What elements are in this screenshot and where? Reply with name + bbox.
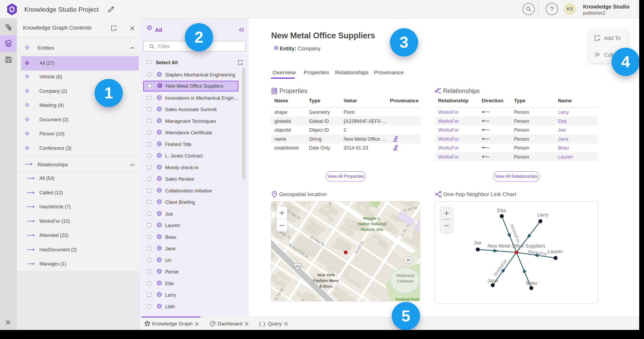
svg-text:Joe: Joe [474, 240, 481, 245]
svg-text:Festival Park: Festival Park [396, 297, 419, 301]
svg-text:Walker National: Walker National [358, 222, 386, 226]
svg-text:Coliseum: Coliseum [397, 279, 413, 283]
svg-text:Larry: Larry [537, 212, 548, 217]
svg-text:Richmond: Richmond [397, 273, 414, 278]
svg-text:33: 33 [406, 258, 410, 262]
svg-text:Lauren: Lauren [548, 249, 563, 254]
svg-text:250: 250 [295, 265, 300, 268]
svg-text:WorksFor: WorksFor [509, 223, 521, 243]
svg-text:Beau: Beau [526, 280, 537, 286]
svg-text:Jane: Jane [487, 278, 498, 283]
svg-text:Etta: Etta [497, 208, 506, 213]
svg-text:Maggie L.: Maggie L. [363, 216, 381, 220]
svg-text:New Metal Office Suppliers: New Metal Office Suppliers [488, 243, 545, 249]
svg-text:New York: New York [317, 273, 335, 277]
svg-text:Fashion Mens: Fashion Mens [313, 279, 339, 283]
svg-text:& Boys: & Boys [319, 284, 333, 288]
svg-text:Historic Site: Historic Site [361, 227, 384, 232]
